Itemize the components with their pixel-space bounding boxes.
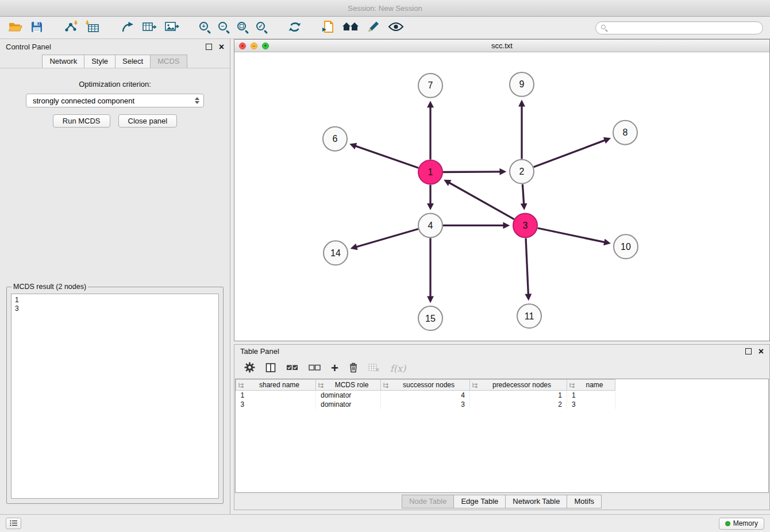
svg-text:2: 2	[519, 167, 525, 176]
table-cell[interactable]: 3	[567, 400, 615, 409]
edge-2-3[interactable]	[522, 184, 523, 206]
node-7[interactable]: 7	[418, 74, 442, 98]
refresh-layout-button[interactable]	[287, 19, 303, 36]
edge-3-11[interactable]	[526, 238, 529, 296]
edge-1-2[interactable]	[443, 172, 502, 172]
pen-icon	[367, 21, 380, 35]
edge-1-6[interactable]	[354, 145, 418, 168]
node-15[interactable]: 15	[418, 306, 442, 330]
table-header-row: shared nameMCDS rolesuccessor nodesprede…	[236, 380, 615, 391]
status-bar: Memory	[0, 514, 770, 532]
memory-button[interactable]: Memory	[719, 518, 764, 530]
mcds-result-text[interactable]: 13	[11, 294, 219, 499]
import-network-button[interactable]	[62, 19, 79, 36]
network-window-titlebar[interactable]: × − + scc.txt	[234, 40, 769, 52]
node-9[interactable]: 9	[510, 72, 534, 97]
save-session-button[interactable]	[29, 19, 44, 36]
node-1[interactable]: 1	[418, 160, 442, 184]
maximize-window-icon[interactable]: +	[262, 43, 269, 49]
export-network-button[interactable]	[120, 19, 136, 36]
export-table-button[interactable]	[141, 19, 158, 36]
minimize-window-icon[interactable]: −	[251, 43, 257, 49]
application-window: Session: New Session + − ✓ Control	[0, 0, 770, 532]
search-input[interactable]	[611, 23, 757, 32]
function-builder-button[interactable]: f(x)	[390, 363, 406, 374]
criterion-dropdown[interactable]: strongly connected component	[26, 94, 204, 107]
tab-motifs[interactable]: Motifs	[567, 495, 602, 508]
table-cell[interactable]: dominator	[316, 400, 381, 409]
column-header-predecessor-nodes[interactable]: predecessor nodes	[470, 380, 567, 391]
node-2[interactable]: 2	[510, 160, 534, 184]
zoom-selected-button[interactable]: ✓	[255, 19, 269, 36]
show-hide-button[interactable]	[387, 19, 405, 36]
tab-network[interactable]: Network	[42, 55, 84, 68]
node-4[interactable]: 4	[418, 213, 442, 237]
svg-text:3: 3	[523, 221, 528, 230]
right-column: × − + scc.txt 7968124314101511 Table Pan…	[234, 39, 770, 514]
close-panel-button[interactable]: Close panel	[118, 114, 178, 128]
node-10[interactable]: 10	[614, 234, 638, 259]
open-session-button[interactable]	[7, 19, 24, 36]
clone-network-button[interactable]	[321, 19, 336, 36]
table-cell[interactable]: 1	[567, 391, 615, 400]
tab-network-table[interactable]: Network Table	[505, 495, 567, 508]
delete-column-button[interactable]	[349, 362, 358, 375]
node-3[interactable]: 3	[513, 213, 537, 237]
select-all-button[interactable]	[286, 364, 298, 373]
node-6[interactable]: 6	[323, 127, 347, 151]
show-column-button[interactable]	[265, 363, 276, 375]
node-14[interactable]: 14	[324, 241, 348, 265]
import-table-button[interactable]	[84, 19, 102, 36]
dropdown-arrows-icon	[195, 97, 199, 104]
column-header-mcds-role[interactable]: MCDS role	[316, 380, 381, 391]
tab-mcds[interactable]: MCDS	[150, 55, 187, 68]
refresh-icon	[288, 21, 302, 35]
first-neighbors-button[interactable]	[341, 19, 360, 36]
task-history-button[interactable]	[6, 518, 21, 529]
network-window: × − + scc.txt 7968124314101511	[234, 39, 770, 341]
float-panel-icon[interactable]	[206, 44, 212, 50]
edge-3-1[interactable]	[448, 182, 514, 219]
table-cell[interactable]: 4	[381, 391, 470, 400]
table-row[interactable]: 3dominator323	[236, 400, 615, 409]
table-settings-button[interactable]	[244, 362, 255, 375]
close-table-panel-icon[interactable]: ×	[759, 347, 764, 356]
tab-style[interactable]: Style	[84, 55, 116, 68]
zoom-fit-button[interactable]	[236, 19, 250, 36]
column-header-name[interactable]: name	[567, 380, 615, 391]
zoom-out-button[interactable]: −	[217, 19, 231, 36]
network-canvas[interactable]: 7968124314101511	[234, 52, 769, 341]
column-header-successor-nodes[interactable]: successor nodes	[381, 380, 470, 391]
search-box[interactable]	[595, 21, 763, 34]
node-11[interactable]: 11	[517, 304, 541, 328]
tab-select[interactable]: Select	[115, 55, 151, 68]
node-8[interactable]: 8	[613, 121, 637, 145]
deselect-all-button[interactable]	[309, 364, 321, 373]
export-image-button[interactable]	[163, 19, 180, 36]
table-cell[interactable]: 3	[236, 400, 316, 409]
tab-node-table[interactable]: Node Table	[402, 495, 455, 508]
table-row[interactable]: 1dominator411	[236, 391, 615, 400]
zoom-in-button[interactable]: +	[198, 19, 212, 36]
control-panel-header: Control Panel ×	[0, 39, 230, 55]
mcds-result-title: MCDS result (2 nodes)	[11, 283, 88, 291]
table-cell[interactable]: 2	[470, 400, 567, 409]
delete-table-button[interactable]	[368, 363, 380, 374]
edge-3-10[interactable]	[538, 228, 606, 242]
close-window-icon[interactable]: ×	[239, 43, 246, 49]
check-glyph: ✓	[256, 22, 265, 30]
annotation-pen-button[interactable]	[365, 19, 382, 36]
edge-4-14[interactable]	[355, 229, 418, 247]
close-control-panel-icon[interactable]: ×	[219, 43, 224, 52]
table-cell[interactable]: 1	[470, 391, 567, 400]
table-cell[interactable]: 3	[381, 400, 470, 409]
float-table-panel-icon[interactable]	[745, 348, 752, 354]
tab-edge-table[interactable]: Edge Table	[453, 495, 506, 508]
edge-2-8[interactable]	[534, 140, 607, 167]
add-column-button[interactable]: +	[331, 362, 338, 375]
table-cell[interactable]: 1	[236, 391, 316, 400]
column-header-shared-name[interactable]: shared name	[236, 380, 316, 391]
run-mcds-button[interactable]: Run MCDS	[53, 114, 110, 128]
window-titlebar[interactable]: Session: New Session	[0, 0, 770, 17]
table-cell[interactable]: dominator	[316, 391, 381, 400]
